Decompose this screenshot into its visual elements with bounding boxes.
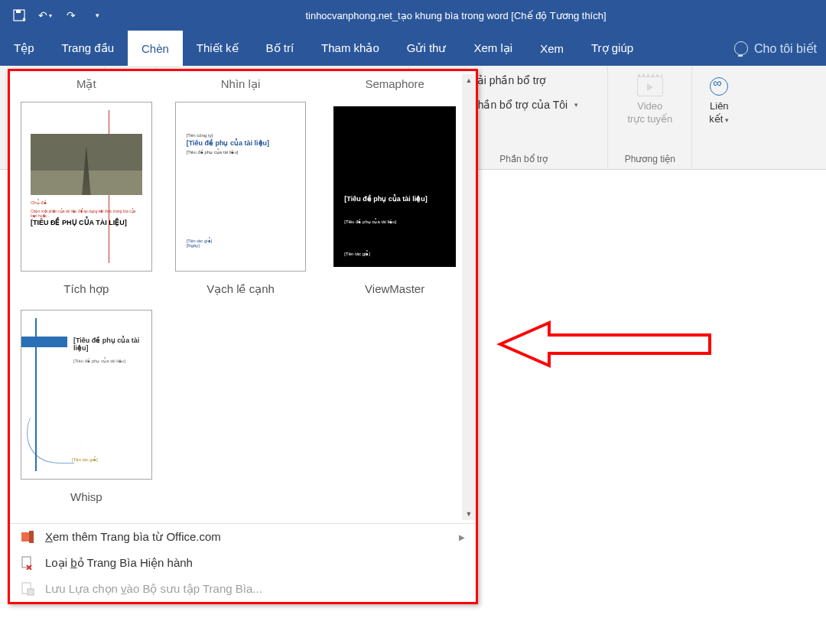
gallery-label-face: Mặt <box>21 74 152 94</box>
gallery-scroll-area[interactable]: Mặt Nhìn lại Semaphore Chủ đề Chọn một p… <box>10 71 476 523</box>
annotation-arrow <box>496 318 717 370</box>
link-button[interactable]: Liên kết▾ <box>701 70 737 128</box>
chevron-down-icon: ▾ <box>574 101 578 109</box>
link-label-1: Liên <box>710 101 729 112</box>
svg-rect-3 <box>29 531 34 543</box>
gallery-menu: Xem thêm Trang bìa từ Office.com ▶ Loại … <box>10 523 476 602</box>
gallery-label-viewmaster: ViewMaster <box>329 279 460 302</box>
cover-thumb-whisp[interactable]: [Tiêu đề phụ của tài liệu] [Tiêu đề phụ … <box>21 310 152 480</box>
save-gallery-icon <box>21 582 34 596</box>
scroll-down-icon[interactable]: ▼ <box>463 508 475 520</box>
online-video-button[interactable]: Video trực tuyến <box>623 70 678 128</box>
link-icon <box>706 73 732 99</box>
tab-home[interactable]: Trang đầu <box>48 31 128 66</box>
cover-page-gallery: Mặt Nhìn lại Semaphore Chủ đề Chọn một p… <box>8 69 478 604</box>
title-bar: ↶▾ ↷ ▾ tinhocvanphong.net_tạo khung bìa … <box>0 0 826 31</box>
office-icon <box>21 530 34 544</box>
svg-rect-6 <box>28 589 34 595</box>
tell-me[interactable]: Cho tôi biết <box>725 31 826 66</box>
more-from-office-menuitem[interactable]: Xem thêm Trang bìa từ Office.com ▶ <box>10 524 476 550</box>
cover-thumb-sideline[interactable]: [Tên công ty] [Tiêu đề phụ của tài liệu]… <box>175 102 307 272</box>
undo-icon[interactable]: ↶▾ <box>35 5 55 25</box>
svg-rect-1 <box>16 10 21 13</box>
media-group: Video trực tuyến Phương tiện <box>608 66 692 169</box>
tab-review[interactable]: Xem lại <box>460 31 526 66</box>
tab-design[interactable]: Thiết kế <box>183 31 252 66</box>
svg-rect-2 <box>21 532 29 542</box>
addins-group-label: Phần bổ trợ <box>499 154 548 168</box>
tab-references[interactable]: Tham khảo <box>307 31 393 66</box>
gallery-label-integral: Tích hợp <box>21 279 152 302</box>
save-selection-label: Lưu Lựa chọn vào Bộ sưu tập Trang Bìa... <box>45 582 262 596</box>
quick-access-toolbar: ↶▾ ↷ ▾ <box>0 5 116 25</box>
remove-page-icon <box>21 556 34 570</box>
cover-thumb-integral[interactable]: Chủ đề Chọn một phần của tài liệu để áp … <box>21 102 152 272</box>
lightbulb-icon <box>734 41 748 55</box>
online-video-label-1: Video <box>637 101 662 112</box>
chevron-right-icon: ▶ <box>459 533 465 542</box>
link-label-2: kết▾ <box>709 114 729 125</box>
video-icon <box>637 73 663 99</box>
tab-view[interactable]: Xem <box>526 31 577 66</box>
remove-cover-label: Loại bỏ Trang Bìa Hiện hành <box>45 556 193 570</box>
my-addins-label: Phần bổ trợ của Tôi <box>470 99 567 111</box>
tab-help[interactable]: Trợ giúp <box>577 31 647 66</box>
tab-file[interactable]: Tệp <box>0 31 48 66</box>
gallery-label-semaphore: Semaphore <box>329 74 460 94</box>
tell-me-label: Cho tôi biết <box>754 41 817 56</box>
remove-cover-menuitem[interactable]: Loại bỏ Trang Bìa Hiện hành <box>10 550 476 576</box>
qat-customize-icon[interactable]: ▾ <box>87 5 107 25</box>
get-addins-label: Tải phần bổ trợ <box>470 74 546 86</box>
cover-thumb-viewmaster[interactable]: [Tiêu đề phụ của tài liệu] [Tiêu đề phụ … <box>329 102 460 272</box>
ribbon-tabs: Tệp Trang đầu Chèn Thiết kế Bố trí Tham … <box>0 31 826 66</box>
save-icon[interactable] <box>9 5 29 25</box>
online-video-label-2: trực tuyến <box>628 114 673 125</box>
gallery-label-sideline: Vạch lề cạnh <box>175 279 307 302</box>
gallery-label-whisp: Whisp <box>21 487 152 509</box>
tab-insert[interactable]: Chèn <box>128 31 183 66</box>
tab-mailings[interactable]: Gửi thư <box>393 31 460 66</box>
document-title: tinhocvanphong.net_tạo khung bìa trong w… <box>116 10 826 21</box>
links-group: Liên kết▾ <box>692 66 746 169</box>
tab-layout[interactable]: Bố trí <box>252 31 308 66</box>
gallery-scrollbar[interactable]: ▲ ▼ <box>462 74 476 520</box>
more-from-office-label: Xem thêm Trang bìa từ Office.com <box>45 530 221 544</box>
media-group-label: Phương tiện <box>625 154 675 168</box>
scroll-up-icon[interactable]: ▲ <box>463 74 475 86</box>
redo-icon[interactable]: ↷ <box>61 5 81 25</box>
gallery-label-retrospect: Nhìn lại <box>175 74 307 94</box>
save-selection-menuitem: Lưu Lựa chọn vào Bộ sưu tập Trang Bìa... <box>10 576 476 602</box>
